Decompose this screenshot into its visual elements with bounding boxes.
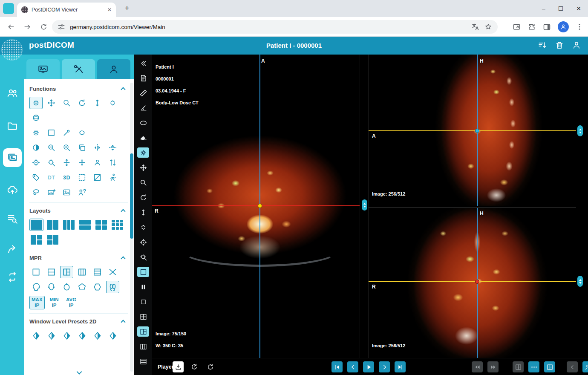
- wl-preset-1[interactable]: [29, 329, 43, 342]
- browser-theme-button[interactable]: [3, 3, 14, 14]
- layout-1-plus-2[interactable]: [29, 234, 43, 246]
- layout-rows-button[interactable]: [137, 356, 149, 366]
- axial-scrollbar[interactable]: [360, 55, 369, 358]
- back-button[interactable]: [6, 22, 16, 32]
- tool-flip-horizontal[interactable]: [91, 141, 104, 154]
- coronal-crosshair-horizontal[interactable]: [369, 281, 576, 282]
- localizer-tool-button[interactable]: [137, 237, 149, 247]
- mpr-head-axial[interactable]: [60, 281, 73, 293]
- wl-preset-2[interactable]: [45, 329, 58, 342]
- layout-columns-button[interactable]: [137, 341, 149, 352]
- zoom-tool-button[interactable]: [137, 177, 149, 188]
- more-options-button[interactable]: [528, 361, 539, 372]
- tool-collapse[interactable]: [75, 156, 89, 169]
- trash-icon[interactable]: [555, 40, 564, 50]
- coronal-pane[interactable]: H R Image: 256/512: [369, 207, 576, 358]
- translate-icon[interactable]: [471, 23, 480, 31]
- eraser-tool-button[interactable]: [137, 133, 149, 143]
- browser-tab[interactable]: PostDICOM Viewer ✕: [17, 3, 116, 17]
- wl-preset-3[interactable]: [60, 329, 73, 342]
- next-image-button[interactable]: [379, 361, 390, 372]
- tool-duplicate[interactable]: [75, 141, 89, 154]
- tool-localizer[interactable]: [29, 156, 43, 169]
- tool-image[interactable]: [60, 186, 73, 199]
- tool-dt[interactable]: DT: [45, 171, 58, 184]
- player-refresh-button[interactable]: [205, 361, 216, 372]
- tool-flip-vertical[interactable]: [106, 141, 119, 154]
- wl-preset-5[interactable]: [91, 329, 104, 342]
- site-info-icon[interactable]: [57, 23, 66, 31]
- tool-export-image[interactable]: [45, 186, 58, 199]
- tool-anonymous-patient[interactable]: [75, 186, 89, 199]
- tool-swap[interactable]: [106, 156, 119, 169]
- fast-rewind-button[interactable]: [472, 361, 483, 372]
- mpr-two-rows[interactable]: [45, 266, 58, 278]
- pause-button[interactable]: [137, 282, 149, 292]
- url-text[interactable]: germany.postdicom.com/Viewer/Main: [70, 24, 467, 30]
- wl-preset-4[interactable]: [75, 329, 89, 342]
- collapse-bar-button[interactable]: [567, 361, 578, 372]
- scroll-down-icon[interactable]: [579, 132, 582, 133]
- coronal-scroll-pill[interactable]: [577, 276, 583, 287]
- sagittal-scroll-pill[interactable]: [577, 125, 583, 136]
- tool-scroll[interactable]: [91, 97, 104, 109]
- tool-freehand[interactable]: [75, 127, 89, 139]
- scroll-up-icon[interactable]: [579, 129, 582, 130]
- app-logo[interactable]: postDICOM: [29, 40, 74, 50]
- rail-item-transfer[interactable]: [6, 271, 18, 283]
- layout-split-button[interactable]: [137, 326, 149, 337]
- layouts-header[interactable]: Layouts: [29, 205, 128, 216]
- tool-reference-lines[interactable]: [45, 156, 58, 169]
- reload-button[interactable]: [38, 22, 49, 32]
- chevron-up-icon[interactable]: [121, 209, 125, 213]
- mpr-header[interactable]: MPR: [29, 252, 128, 263]
- mpr-feet[interactable]: [106, 281, 119, 293]
- layout-1x2[interactable]: [46, 219, 60, 231]
- tool-cine[interactable]: [106, 171, 119, 184]
- tool-selection-box[interactable]: [75, 171, 89, 184]
- tab-viewer[interactable]: [26, 59, 60, 79]
- play-button[interactable]: [363, 361, 374, 372]
- frame-button[interactable]: [137, 297, 149, 307]
- panel-scrollbar-thumb[interactable]: [130, 153, 133, 239]
- probe-tool-button[interactable]: [137, 252, 149, 262]
- panel-scrollbar[interactable]: [130, 83, 133, 372]
- rail-item-folders[interactable]: [6, 120, 18, 132]
- go-last-button[interactable]: [395, 361, 406, 372]
- player-download-button[interactable]: [173, 361, 184, 372]
- mpr-min-ip-button[interactable]: MIN IP: [47, 296, 62, 309]
- tool-probe[interactable]: [60, 127, 73, 139]
- stack-tool-button[interactable]: [137, 222, 149, 232]
- tab-patient[interactable]: [97, 59, 130, 79]
- tool-zoom-out[interactable]: [45, 141, 58, 154]
- mpr-head-sagittal[interactable]: [29, 281, 43, 293]
- bookmark-star-icon[interactable]: [484, 23, 493, 31]
- layout-grid-button[interactable]: [137, 312, 149, 322]
- tool-invert[interactable]: [29, 141, 43, 154]
- right-scrollbar[interactable]: [576, 55, 584, 358]
- ruler-tool-button[interactable]: [137, 88, 149, 98]
- mpr-single[interactable]: [29, 266, 43, 278]
- fast-forward-button[interactable]: [487, 361, 499, 372]
- layout-button[interactable]: [544, 361, 555, 372]
- rail-item-upload[interactable]: [6, 184, 18, 196]
- wl-preset-6[interactable]: [106, 329, 119, 342]
- tool-rectangle-roi[interactable]: [45, 127, 58, 139]
- tool-expand[interactable]: [60, 156, 73, 169]
- axial-crosshair-horizontal[interactable]: [152, 205, 360, 206]
- add-viewport-button[interactable]: [513, 361, 524, 372]
- sort-download-icon[interactable]: [538, 40, 547, 50]
- tab-close-icon[interactable]: ✕: [107, 7, 112, 13]
- tool-clear-box[interactable]: [91, 171, 104, 184]
- tool-lasso[interactable]: [29, 186, 43, 199]
- new-tab-button[interactable]: +: [122, 3, 132, 14]
- mpr-one-plus-two[interactable]: [60, 266, 73, 278]
- chevron-up-icon[interactable]: [121, 320, 125, 324]
- rail-item-worklist[interactable]: [6, 213, 18, 225]
- pan-tool-button[interactable]: [137, 162, 149, 173]
- tool-stack[interactable]: [106, 97, 119, 109]
- mpr-oblique[interactable]: [106, 266, 119, 278]
- tool-zoom-in[interactable]: [60, 141, 73, 154]
- layout-1x1[interactable]: [29, 219, 43, 231]
- tab-tools[interactable]: [62, 59, 95, 79]
